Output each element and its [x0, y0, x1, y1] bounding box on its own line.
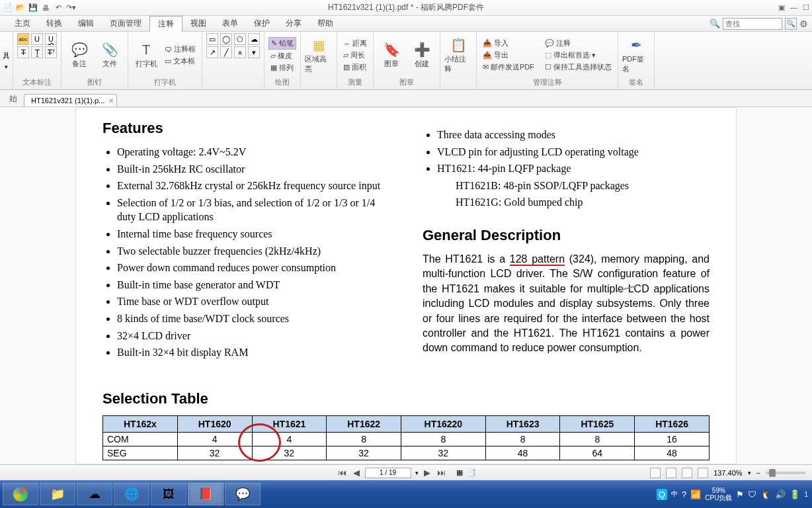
zoom-slider[interactable] — [766, 472, 805, 474]
shape-dd-icon[interactable]: ▾ — [248, 46, 260, 58]
menu-page[interactable]: 页面管理 — [102, 16, 149, 31]
note-button[interactable]: 💬备注 — [65, 36, 93, 75]
close-tab-icon[interactable]: ✕ — [108, 97, 114, 105]
arrow-shape-icon[interactable]: ↗ — [206, 46, 218, 58]
arrange-button[interactable]: ▦排列 — [268, 62, 296, 73]
polygon-shape-icon[interactable]: ⬠ — [234, 33, 246, 45]
underline-icon[interactable]: U — [31, 33, 43, 45]
search-button[interactable]: 🔍 — [785, 18, 797, 30]
area-highlight-button[interactable]: ▦区域高亮 — [305, 36, 333, 75]
print-icon[interactable]: 🖶 — [40, 3, 51, 13]
document-viewport[interactable]: Features Operating voltage: 2.4V~5.2V Bu… — [0, 107, 812, 464]
save-icon[interactable]: 💾 — [28, 3, 38, 13]
menu-main[interactable]: 主页 — [7, 16, 38, 31]
line-shape-icon[interactable]: ╱ — [220, 46, 232, 58]
menu-view[interactable]: 视图 — [183, 16, 214, 31]
table-row: SEG32323232486448 — [103, 446, 710, 460]
document-tab[interactable]: HT1621v321 (1)(1).p...✕ — [24, 94, 117, 106]
bookmarks-icon[interactable]: 📑 — [467, 468, 476, 477]
taskbar-browser[interactable]: 🌐 — [114, 483, 149, 505]
taskbar-foxit[interactable]: 📕 — [188, 483, 223, 505]
annot-panel-button[interactable]: 💬注释 — [543, 38, 614, 49]
export-button[interactable]: 📤导出 — [481, 50, 536, 61]
menu-protect[interactable]: 保护 — [246, 16, 278, 31]
file-attach-button[interactable]: 📎文件 — [96, 36, 124, 75]
next-page-icon[interactable]: ▶ — [423, 468, 432, 478]
tray-battery-icon[interactable]: 🔋 — [790, 489, 800, 499]
typewriter-button[interactable]: T打字机 — [132, 36, 160, 75]
sign-button[interactable]: ✒PDF签名 — [622, 36, 650, 75]
tray-penguin-icon[interactable]: 🐧 — [760, 489, 771, 499]
ribbon-toggle-icon[interactable]: ▣ — [778, 3, 785, 12]
stamp-button[interactable]: 🔖图章 — [378, 36, 405, 75]
start-tab[interactable]: 始 — [3, 91, 24, 106]
summary-button[interactable]: 📋小结注释 — [444, 36, 472, 75]
last-page-icon[interactable]: ⏭ — [436, 468, 447, 478]
send-pdf-button[interactable]: ✉邮件发送PDF — [481, 62, 536, 73]
perimeter-button[interactable]: ▱周长 — [341, 50, 369, 61]
menu-share[interactable]: 分享 — [278, 16, 309, 31]
strikeout-icon[interactable]: T̶ — [17, 46, 29, 58]
distance-button[interactable]: ↔距离 — [341, 38, 369, 49]
page-dd-icon[interactable]: ▾ — [415, 470, 419, 476]
taskbar-wechat[interactable]: 💬 — [225, 483, 261, 505]
settings-icon[interactable]: ⚙ — [799, 19, 808, 29]
view-contfacing-icon[interactable] — [698, 468, 708, 478]
menu-edit[interactable]: 编辑 — [70, 16, 102, 31]
create-stamp-button[interactable]: ➕创建 — [408, 36, 436, 75]
open-icon[interactable]: 📂 — [15, 3, 26, 13]
cloud-shape-icon[interactable]: ☁ — [248, 33, 260, 45]
eraser-button[interactable]: ▱橡皮 — [268, 50, 296, 62]
replace-text-icon[interactable]: T̶ᵀ — [45, 46, 57, 58]
view-facing-icon[interactable] — [682, 468, 692, 478]
prev-page-icon[interactable]: ◀ — [352, 468, 361, 478]
keep-selected-button[interactable]: ☐保持工具选择状态 — [543, 62, 614, 73]
textbox-button[interactable]: ▭文本框 — [163, 56, 198, 67]
taskbar-explorer[interactable]: 📁 — [40, 483, 75, 505]
menu-annotate[interactable]: 注释 — [149, 16, 183, 32]
zoom-dd-icon[interactable]: ▾ — [748, 470, 751, 476]
ime-indicator[interactable]: 中 — [671, 489, 678, 499]
insert-text-icon[interactable]: T̬ — [31, 46, 43, 58]
undo-icon[interactable]: ↶ — [53, 3, 63, 13]
tools-dd-icon[interactable]: ▾ — [5, 64, 8, 70]
popup-pref-button[interactable]: ⬚弹出框首选 ▾ — [543, 50, 614, 61]
first-page-icon[interactable]: ⏮ — [337, 468, 348, 478]
new-icon[interactable]: 📄 — [3, 3, 13, 13]
tray-qq-icon[interactable]: Q — [657, 489, 667, 500]
clock[interactable]: 1 — [804, 491, 808, 498]
start-button[interactable] — [3, 483, 38, 505]
callout-button[interactable]: 🗨注释框 — [163, 44, 198, 55]
tray-help-icon[interactable]: ? — [682, 489, 686, 499]
taskbar-pictures[interactable]: 🖼 — [151, 483, 186, 505]
squiggly-icon[interactable]: U — [45, 33, 57, 45]
maximize-icon[interactable]: ☐ — [803, 3, 809, 12]
annotation-underline[interactable]: 128 pattern — [510, 253, 565, 266]
search-input[interactable] — [723, 18, 782, 30]
menu-form[interactable]: 表单 — [214, 16, 246, 31]
rect-shape-icon[interactable]: ▭ — [206, 33, 218, 45]
minimize-icon[interactable]: — — [790, 3, 797, 12]
tray-flag-icon[interactable]: ⚑ — [736, 489, 744, 499]
view-cont-icon[interactable] — [666, 468, 676, 478]
cpu-meter[interactable]: 59%CPU负载 — [705, 487, 732, 501]
menu-help[interactable]: 帮助 — [309, 16, 341, 31]
oval-shape-icon[interactable]: ◯ — [220, 33, 232, 45]
tray-net-icon[interactable]: 📶 — [690, 489, 701, 499]
polyline-shape-icon[interactable]: ⩀ — [234, 46, 246, 58]
menu-convert[interactable]: 转换 — [38, 16, 70, 31]
highlight-abc-icon[interactable]: abc — [17, 33, 29, 45]
tray-shield-icon[interactable]: 🛡 — [748, 489, 756, 499]
pencil-button[interactable]: ✎铅笔 — [268, 37, 296, 50]
redo-icon[interactable]: ↷▾ — [65, 3, 76, 13]
area-button[interactable]: ▨面积 — [341, 62, 369, 73]
import-button[interactable]: 📥导入 — [481, 38, 536, 49]
thumbnails-icon[interactable]: ▦ — [456, 468, 463, 477]
taskbar-cloud[interactable]: ☁ — [77, 483, 112, 505]
page-number-input[interactable] — [365, 468, 411, 478]
view-single-icon[interactable] — [650, 468, 661, 478]
circle-annotation[interactable] — [238, 423, 281, 462]
search-menu-icon[interactable]: 🔍 — [710, 19, 720, 28]
tray-volume-icon[interactable]: 🔊 — [775, 489, 786, 499]
zoom-out-icon[interactable]: − — [756, 469, 760, 477]
